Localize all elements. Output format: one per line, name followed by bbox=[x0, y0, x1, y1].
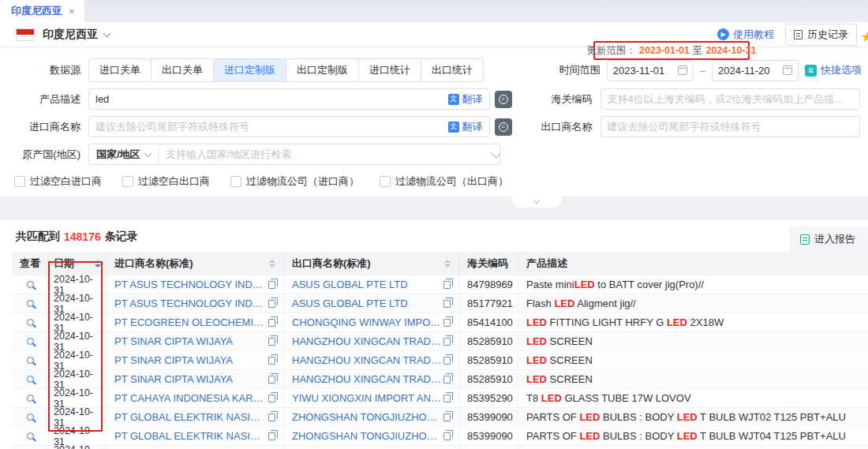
chevron-down-icon[interactable] bbox=[103, 29, 111, 37]
copy-icon[interactable] bbox=[268, 281, 275, 289]
date-from-input[interactable]: 2023-11-01 bbox=[607, 60, 694, 81]
view-record-button[interactable] bbox=[27, 357, 34, 364]
exact-match-toggle[interactable]: = bbox=[495, 118, 512, 136]
copy-icon[interactable] bbox=[443, 376, 451, 384]
data-source-tab[interactable]: 出口关单 bbox=[152, 59, 214, 81]
product-desc-label: 产品描述 bbox=[0, 92, 88, 107]
company-link[interactable]: PT GLOBAL ELEKTRIK NASIONAL bbox=[114, 411, 268, 423]
copy-icon[interactable] bbox=[268, 319, 275, 327]
view-record-button[interactable] bbox=[27, 395, 34, 402]
col-importer[interactable]: 进口商名称(标准) bbox=[107, 252, 284, 275]
data-source-tab[interactable]: 出口定制版 bbox=[286, 59, 359, 81]
hs-code: 85285910 bbox=[467, 373, 513, 385]
copy-icon[interactable] bbox=[268, 395, 275, 402]
product-description: LED SCREEN bbox=[526, 335, 593, 347]
view-record-button[interactable] bbox=[27, 376, 34, 383]
view-record-button[interactable] bbox=[27, 432, 34, 440]
copy-icon[interactable] bbox=[268, 376, 275, 384]
importer-input[interactable]: 建议去除公司尾部字符或特殊符号 文 翻译 bbox=[88, 116, 490, 137]
company-link[interactable]: HANGZHOU XINGCAN TRADING CO LTD bbox=[292, 335, 443, 347]
copy-icon[interactable] bbox=[443, 300, 451, 308]
close-icon[interactable]: × bbox=[69, 6, 75, 17]
sort-icon[interactable] bbox=[88, 260, 101, 268]
company-link[interactable]: YIWU XIONGXIN IMPORT AND EXPORT... bbox=[292, 392, 443, 404]
data-source-tab[interactable]: 进口关单 bbox=[89, 59, 152, 81]
company-link[interactable]: HANGZHOU XINGCAN TRADING CO LTD bbox=[292, 354, 443, 366]
translate-button[interactable]: 文 翻译 bbox=[448, 92, 483, 107]
country-tab[interactable]: 印度尼西亚 × bbox=[0, 0, 84, 22]
data-source-tab[interactable]: 进口定制版 bbox=[214, 59, 286, 81]
copy-icon[interactable] bbox=[268, 357, 275, 365]
copy-icon[interactable] bbox=[268, 338, 275, 346]
copy-icon[interactable] bbox=[268, 432, 275, 440]
company-link[interactable]: PT ASUS TECHNOLOGY INDONESIA BA... bbox=[114, 279, 268, 290]
copy-icon[interactable] bbox=[443, 319, 451, 327]
copy-icon[interactable] bbox=[443, 338, 451, 346]
favorite-star-icon[interactable]: ★ bbox=[861, 28, 868, 46]
view-record-button[interactable] bbox=[27, 319, 34, 326]
copy-icon[interactable] bbox=[443, 281, 451, 289]
filter-checkbox[interactable]: 过滤空白出口商 bbox=[122, 174, 210, 189]
hs-code: 85285910 bbox=[467, 354, 513, 366]
company-link[interactable]: ASUS GLOBAL PTE LTD bbox=[292, 279, 408, 290]
sort-icon[interactable] bbox=[263, 260, 275, 268]
company-link[interactable]: ZHONGSHAN TONGJIUZHOU INTERNA... bbox=[292, 411, 443, 423]
translate-label: 翻译 bbox=[462, 120, 483, 134]
company-link[interactable]: PT SINAR CIPTA WIJAYA bbox=[114, 373, 233, 385]
company-link[interactable]: PT SINAR CIPTA WIJAYA bbox=[114, 335, 233, 347]
record-date: 2024-10-31 bbox=[54, 351, 101, 369]
view-record-button[interactable] bbox=[27, 338, 34, 345]
background-strip bbox=[0, 196, 868, 220]
filter-checkbox[interactable]: 过滤物流公司（出口商） bbox=[380, 174, 508, 189]
company-link[interactable]: ZHONGSHAN TONGJIUZHOU INTERNA... bbox=[292, 430, 443, 442]
copy-icon[interactable] bbox=[443, 395, 451, 402]
checkbox-icon[interactable] bbox=[230, 176, 241, 187]
table-row: 2024-10-31PT ECOGREEN OLEOCHEMICALSCHONG… bbox=[12, 313, 868, 332]
history-button[interactable]: 历史记录 bbox=[785, 24, 857, 46]
translate-button[interactable]: 文 翻译 bbox=[448, 120, 483, 134]
company-link[interactable]: CHONGQING WINWAY IMPORT AND E... bbox=[292, 316, 443, 328]
company-link[interactable]: PT SINAR CIPTA WIJAYA bbox=[114, 354, 233, 366]
origin-combobox[interactable]: 国家/地区 支持输入国家/地区进行检索 bbox=[88, 144, 500, 165]
company-link[interactable]: PT ASUS TECHNOLOGY INDONESIA BA... bbox=[114, 297, 268, 309]
view-record-button[interactable] bbox=[27, 300, 34, 307]
copy-icon[interactable] bbox=[268, 413, 275, 421]
company-link[interactable]: PT CAHAYA INDONESIA KARGO bbox=[114, 392, 268, 404]
quick-options-link[interactable]: ≣ 快捷选项 bbox=[805, 63, 862, 77]
date-to-value: 2024-11-20 bbox=[718, 65, 783, 77]
company-link[interactable]: PT ECOGREEN OLEOCHEMICALS bbox=[114, 316, 268, 328]
company-link[interactable]: PT GLOBAL ELEKTRIK NASIONAL bbox=[114, 430, 268, 442]
copy-icon[interactable] bbox=[443, 432, 451, 440]
sort-icon[interactable] bbox=[438, 260, 451, 268]
copy-icon[interactable] bbox=[443, 357, 451, 365]
hs-code: 85414100 bbox=[467, 316, 513, 328]
enter-report-button[interactable]: 进入报告 bbox=[790, 226, 868, 252]
product-description: PARTS OF LED BULBS : BODY LED T BULB WJT… bbox=[526, 430, 846, 442]
tutorial-link[interactable]: ▶ 使用教程 bbox=[717, 28, 774, 42]
filter-checkbox[interactable]: 过滤空白进口商 bbox=[14, 174, 102, 189]
data-source-tab[interactable]: 进口统计 bbox=[359, 59, 421, 81]
collapse-panel-button[interactable] bbox=[511, 196, 562, 208]
data-source-tab[interactable]: 出口统计 bbox=[421, 59, 483, 81]
origin-select[interactable]: 国家/地区 bbox=[89, 144, 159, 164]
col-date[interactable]: 日期 bbox=[49, 252, 107, 275]
product-desc-input[interactable]: led 文 翻译 bbox=[88, 88, 490, 110]
customs-code-input[interactable]: 支持4位以上海关编码，或2位海关编码加上产品描述、企业名称的任意信息 bbox=[600, 88, 860, 110]
checkbox-label: 过滤空白出口商 bbox=[138, 174, 210, 189]
checkbox-icon[interactable] bbox=[14, 176, 25, 187]
checkbox-icon[interactable] bbox=[122, 176, 133, 187]
view-record-button[interactable] bbox=[27, 413, 34, 421]
table-header: 查看 日期 进口商名称(标准) 出口商名称(标准) 海关编码 产品描述 bbox=[12, 252, 868, 275]
exact-match-toggle[interactable]: = bbox=[495, 91, 512, 108]
col-exporter[interactable]: 出口商名称(标准) bbox=[284, 252, 459, 275]
filter-checkbox[interactable]: 过滤物流公司（进口商） bbox=[230, 174, 359, 189]
copy-icon[interactable] bbox=[268, 300, 275, 308]
date-to-input[interactable]: 2024-11-20 bbox=[712, 60, 799, 81]
filter-checkboxes: 过滤空白进口商过滤空白出口商过滤物流公司（进口商）过滤物流公司（出口商） bbox=[0, 174, 862, 189]
view-record-button[interactable] bbox=[27, 281, 34, 288]
checkbox-icon[interactable] bbox=[380, 176, 391, 187]
exporter-input[interactable]: 建议去除公司尾部字符或特殊符号 bbox=[600, 116, 860, 137]
copy-icon[interactable] bbox=[443, 413, 451, 421]
company-link[interactable]: ASUS GLOBAL PTE LTD bbox=[292, 297, 408, 309]
company-link[interactable]: HANGZHOU XINGCAN TRADING CO LTD bbox=[292, 373, 443, 385]
